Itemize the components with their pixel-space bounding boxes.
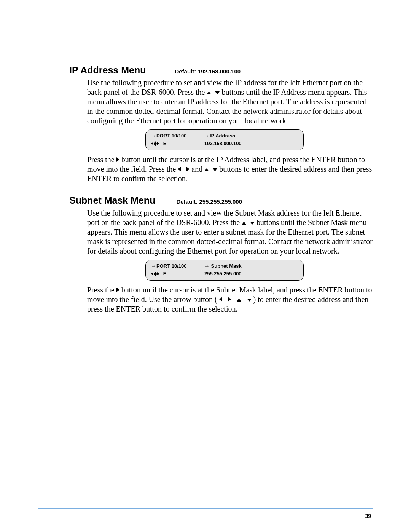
lcd-text: PORT 10/100 (156, 263, 187, 269)
triangle-down-icon (213, 168, 217, 171)
section-title: Subnet Mask Menu (69, 195, 155, 206)
triangle-right-icon (157, 142, 159, 145)
arrow-right-icon (204, 133, 210, 139)
lcd-text: PORT 10/100 (156, 133, 187, 139)
section-heading-subnet-mask: Subnet Mask Menu Default: 255.255.255.00… (69, 195, 373, 206)
lcd-row: E 192.168.000.100 (151, 140, 298, 147)
triangle-right-icon (228, 297, 231, 302)
text-run: Press the (87, 155, 116, 164)
lcd-col-right: IP Address (204, 132, 298, 140)
lcd-row: E 255.255.255.000 (151, 270, 298, 278)
lcd-row: PORT 10/100 IP Address (151, 132, 298, 140)
page-number: 39 (365, 513, 371, 519)
lcd-text: 255.255.255.000 (204, 271, 242, 276)
lcd-display-ip-address: PORT 10/100 IP Address E 192.168.000 (145, 129, 304, 150)
arrow-right-icon (151, 133, 156, 139)
lcd-display-subnet-mask: PORT 10/100 Subnet Mask E 255.255.2 (145, 260, 304, 281)
triangle-up-icon (154, 272, 157, 274)
nav-arrows-icon (151, 272, 159, 276)
triangle-left-icon (151, 272, 153, 275)
paragraph: Press the button until the cursor is at … (87, 155, 373, 184)
paragraph: Use the following procedure to set and v… (87, 78, 373, 126)
updown-stack-icon (154, 272, 157, 276)
arrow-right-icon (204, 263, 210, 269)
triangle-down-icon (154, 144, 157, 146)
triangle-up-icon (207, 91, 211, 94)
footer-rule (38, 508, 373, 509)
section-default-label: Default: 192.168.000.100 (175, 68, 241, 75)
triangle-left-icon (219, 297, 222, 302)
triangle-down-icon (154, 274, 157, 276)
section-heading-ip-address: IP Address Menu Default: 192.168.000.100 (69, 65, 373, 76)
triangle-down-icon (247, 299, 252, 302)
triangle-down-icon (215, 91, 220, 94)
lcd-col-left: PORT 10/100 (151, 132, 204, 140)
triangle-right-icon (116, 157, 119, 162)
lcd-text: IP Address (210, 133, 235, 139)
triangle-left-icon (178, 167, 181, 171)
text-run: and (191, 165, 204, 173)
lcd-col-right: 192.168.000.100 (204, 140, 298, 147)
lcd-row: PORT 10/100 Subnet Mask (151, 262, 298, 270)
lcd-text: E (163, 141, 167, 146)
lcd-col-left: E (151, 140, 204, 147)
lcd-col-right: Subnet Mask (204, 262, 298, 270)
paragraph: Use the following procedure to set and v… (87, 208, 373, 256)
updown-stack-icon (154, 141, 157, 146)
triangle-up-icon (204, 168, 209, 171)
section-title: IP Address Menu (69, 65, 146, 76)
paragraph: Press the button until the cursor is at … (87, 285, 373, 314)
lcd-text: E (163, 271, 167, 276)
lcd-text: Subnet Mask (210, 263, 242, 269)
triangle-down-icon (250, 222, 255, 225)
lcd-col-left: PORT 10/100 (151, 262, 204, 270)
triangle-up-icon (237, 299, 241, 302)
triangle-right-icon (157, 272, 159, 275)
triangle-right-icon (186, 167, 190, 171)
text-run: Press the (87, 286, 116, 294)
triangle-up-icon (242, 222, 246, 225)
lcd-col-left: E (151, 270, 204, 278)
triangle-right-icon (116, 288, 119, 292)
document-page: IP Address Menu Default: 192.168.000.100… (0, 0, 411, 532)
lcd-text: 192.168.000.100 (204, 141, 242, 146)
triangle-up-icon (154, 141, 157, 144)
lcd-col-right: 255.255.255.000 (204, 270, 298, 278)
arrow-right-icon (151, 263, 156, 269)
triangle-left-icon (151, 142, 153, 145)
nav-arrows-icon (151, 141, 159, 146)
section-default-label: Default: 255.255.255.000 (176, 198, 242, 205)
